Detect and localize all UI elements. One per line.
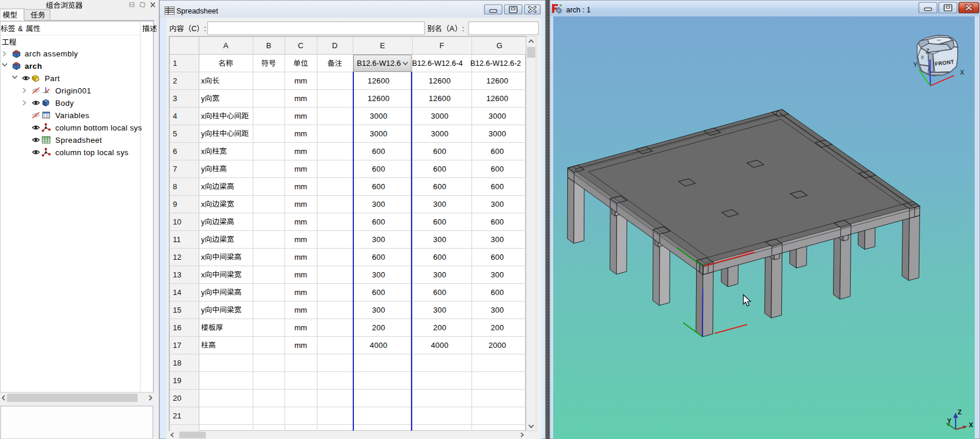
svg-text:20: 20 [173,394,181,403]
svg-text:1: 1 [173,59,177,68]
svg-text:4000: 4000 [370,341,387,350]
svg-text:600: 600 [491,217,504,226]
svg-text:mm: mm [295,217,307,226]
svg-text:mm: mm [295,341,307,350]
svg-text:mm: mm [295,129,307,138]
svg-text:y: y [201,306,205,314]
svg-text:arch assembly: arch assembly [25,49,78,58]
svg-text:200: 200 [433,323,447,332]
svg-text:19: 19 [173,376,181,385]
svg-text:mm: mm [295,165,307,173]
svg-text:Z: Z [958,408,962,415]
svg-text:2: 2 [173,76,177,85]
svg-text:C: C [298,41,303,50]
svg-text:300: 300 [491,306,504,314]
svg-text:200: 200 [491,323,504,332]
svg-text:16: 16 [173,323,181,332]
svg-text:3000: 3000 [370,129,387,138]
svg-text:x: x [201,77,205,85]
svg-text:X: X [969,421,974,428]
svg-text:600: 600 [433,147,447,156]
svg-text:600: 600 [491,165,504,173]
svg-text:mm: mm [295,288,307,297]
svg-text:7: 7 [173,165,177,173]
svg-text:600: 600 [372,182,386,191]
svg-text:Origin001: Origin001 [55,86,91,95]
svg-text:mm: mm [295,112,307,120]
svg-text:300: 300 [372,235,386,244]
svg-text:600: 600 [491,182,504,191]
svg-text:17: 17 [173,341,181,350]
svg-text:y: y [201,236,205,244]
svg-text:Variables: Variables [55,111,89,120]
svg-text:Y: Y [914,61,918,68]
svg-text:Z: Z [926,48,930,55]
svg-text:4: 4 [173,112,177,120]
svg-text:13: 13 [173,270,181,279]
svg-text:A: A [223,41,229,50]
svg-text:600: 600 [491,147,504,156]
svg-text:300: 300 [491,235,504,244]
svg-text:mm: mm [295,147,307,156]
svg-text:mm: mm [295,235,307,244]
svg-text:12600: 12600 [367,94,390,103]
svg-text:600: 600 [433,253,447,262]
svg-text:mm: mm [295,270,307,279]
svg-text:mm: mm [295,200,307,209]
svg-text:600: 600 [372,217,386,226]
svg-text:mm: mm [295,323,307,332]
svg-text:arch: arch [25,62,42,71]
svg-text:mm: mm [295,182,307,191]
svg-text:11: 11 [173,235,181,244]
svg-text:21: 21 [173,411,181,420]
svg-text:C: C [192,25,197,33]
svg-text:300: 300 [491,270,504,279]
svg-text:x: x [201,112,205,120]
svg-text:arch : 1: arch : 1 [566,6,591,14]
svg-text:3000: 3000 [431,112,449,120]
svg-text:12600: 12600 [367,76,390,85]
svg-text:D: D [332,41,337,50]
svg-text:12: 12 [173,253,181,262]
svg-text:Body: Body [55,99,74,108]
svg-text:600: 600 [372,288,386,297]
svg-text:mm: mm [295,76,307,85]
svg-text:12600: 12600 [429,76,451,85]
svg-text:G: G [496,41,502,50]
svg-text:12600: 12600 [429,94,451,103]
svg-text:300: 300 [372,270,386,279]
svg-text:300: 300 [433,200,447,209]
svg-text:&: & [18,25,24,33]
svg-text:300: 300 [372,306,386,314]
svg-text:B12.6-W12.6: B12.6-W12.6 [357,59,401,68]
svg-text:B12.6-W12.6-2: B12.6-W12.6-2 [470,59,521,68]
svg-text:300: 300 [433,306,447,314]
svg-text:E: E [380,41,385,50]
svg-text:Part: Part [45,74,60,83]
svg-text:3000: 3000 [370,112,387,120]
svg-text::: : [462,25,464,33]
svg-text:x: x [201,183,205,191]
svg-text:X: X [960,69,964,76]
svg-text:200: 200 [372,323,386,332]
svg-text:600: 600 [433,288,447,297]
svg-text:3: 3 [173,94,177,103]
svg-text:A: A [450,25,455,33]
svg-text:3000: 3000 [431,129,449,138]
svg-text:x: x [201,200,205,209]
svg-text:F: F [440,41,444,50]
svg-text:mm: mm [295,94,307,103]
svg-text:600: 600 [433,182,447,191]
svg-text:y: y [201,130,205,138]
svg-text::: : [204,25,206,33]
svg-text:600: 600 [372,147,386,156]
svg-text:column bottom local sys: column bottom local sys [55,123,142,132]
svg-text:600: 600 [372,253,386,262]
svg-text:300: 300 [372,200,386,209]
svg-text:18: 18 [173,358,181,367]
svg-text:300: 300 [433,270,447,279]
svg-text:600: 600 [491,253,504,262]
svg-text:Spreadsheet: Spreadsheet [55,136,102,145]
svg-text:600: 600 [433,165,447,173]
svg-text:x: x [201,148,205,156]
